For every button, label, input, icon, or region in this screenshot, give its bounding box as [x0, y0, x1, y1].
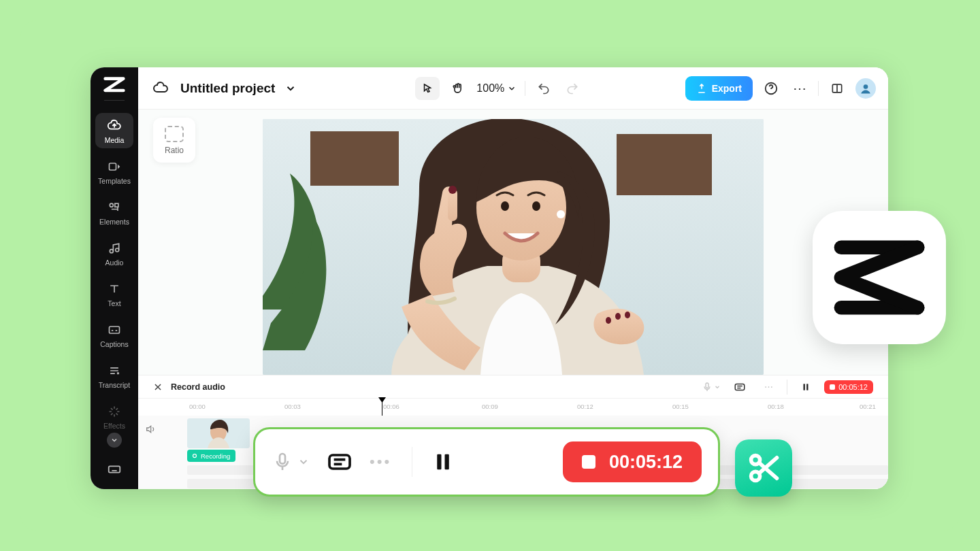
ruler-tick: 00:18 [768, 403, 784, 410]
video-preview[interactable] [263, 119, 764, 375]
keyboard-icon[interactable] [107, 462, 122, 477]
recording-chip[interactable]: Recording [187, 450, 235, 462]
title-chevron-icon[interactable] [284, 82, 297, 95]
record-time-pill-small[interactable]: 00:05:12 [824, 380, 873, 394]
more-small-button[interactable]: ⋯ [758, 377, 779, 397]
elements-icon [107, 200, 122, 215]
sidebar-item-elements[interactable]: Elements [95, 195, 133, 230]
sidebar-label-media: Media [105, 136, 125, 144]
svg-rect-6 [109, 466, 120, 472]
svg-rect-33 [445, 454, 449, 470]
svg-rect-23 [706, 383, 708, 388]
sidebar-item-text[interactable]: Text [95, 276, 133, 312]
svg-point-16 [532, 201, 540, 211]
ruler-tick: 00:12 [577, 403, 593, 410]
recording-chip-label: Recording [201, 452, 230, 460]
canvas-area: Ratio [138, 110, 888, 375]
svg-rect-11 [310, 131, 399, 186]
svg-point-1 [110, 203, 113, 207]
sidebar-item-audio[interactable]: Audio [95, 235, 133, 271]
playhead[interactable] [382, 399, 382, 416]
close-panel-button[interactable] [153, 382, 163, 392]
teleprompter-button[interactable] [326, 448, 353, 475]
svg-rect-32 [437, 454, 441, 470]
toolbar-separator [525, 81, 525, 96]
svg-point-17 [557, 210, 565, 218]
record-audio-bar: Record audio ⋯ 00:05:12 [138, 375, 888, 398]
ruler-tick: 00:03 [284, 403, 301, 410]
timeline-ruler[interactable]: 00:00 00:03 00:06 00:09 00:12 00:15 00:1… [138, 398, 888, 416]
scissors-badge [735, 439, 792, 497]
svg-rect-5 [110, 327, 120, 333]
record-time-small: 00:05:12 [838, 383, 868, 391]
toolbar-separator-2 [818, 81, 819, 96]
ruler-tick: 00:15 [672, 403, 689, 410]
main-column: Untitled project 100% [138, 67, 888, 489]
sidebar-label-effects: Effects [103, 422, 125, 430]
pause-small-button[interactable] [796, 377, 816, 397]
stop-small-icon [830, 384, 835, 390]
undo-button[interactable] [534, 78, 554, 99]
templates-icon [107, 159, 122, 174]
zoom-level[interactable]: 100% [476, 82, 517, 95]
svg-point-19 [448, 186, 457, 194]
ratio-frame-icon [165, 126, 184, 142]
svg-point-15 [501, 201, 509, 211]
text-icon [107, 282, 122, 297]
sidebar-item-effects[interactable]: Effects [95, 399, 133, 434]
svg-point-9 [864, 84, 868, 89]
editor-window: Media Templates Elements Audio Text [91, 67, 888, 489]
svg-rect-24 [735, 384, 745, 390]
svg-point-20 [606, 317, 611, 324]
more-button[interactable]: ••• [370, 453, 391, 471]
ratio-button[interactable]: Ratio [153, 118, 195, 163]
mic-select-small[interactable] [701, 377, 721, 397]
ratio-label: Ratio [165, 146, 184, 155]
sidebar-item-transcript[interactable]: Transcript [95, 358, 133, 393]
sidebar-item-templates[interactable]: Templates [95, 154, 133, 189]
panel-title: Record audio [171, 382, 225, 392]
sidebar-label-captions: Captions [100, 340, 128, 348]
chevron-down-icon [297, 456, 310, 468]
effects-icon [107, 404, 122, 419]
help-button[interactable] [761, 78, 781, 99]
user-avatar[interactable] [855, 78, 876, 99]
preview-illustration [263, 119, 764, 375]
stop-record-button[interactable]: 00:05:12 [563, 441, 702, 482]
panel-separator [787, 380, 787, 395]
ruler-tick: 00:00 [189, 403, 206, 410]
project-title[interactable]: Untitled project [180, 81, 275, 96]
svg-rect-2 [115, 203, 118, 207]
app-logo [103, 77, 125, 92]
cloud-upload-icon [107, 118, 122, 133]
track-volume-icon[interactable] [145, 424, 156, 435]
cursor-tool-button[interactable] [415, 77, 440, 100]
mic-select-button[interactable] [272, 451, 310, 473]
sidebar-divider [104, 100, 125, 101]
svg-rect-31 [329, 455, 350, 469]
left-sidebar: Media Templates Elements Audio Text [91, 67, 138, 489]
scissors-icon [746, 450, 781, 486]
ruler-tick: 00:06 [383, 403, 399, 410]
captions-icon [107, 322, 122, 337]
teleprompter-small-button[interactable] [730, 377, 750, 397]
hand-tool-button[interactable] [448, 78, 468, 99]
sidebar-more-button[interactable] [107, 433, 122, 448]
audio-icon [107, 241, 122, 256]
transcript-icon [107, 363, 122, 378]
sidebar-item-captions[interactable]: Captions [95, 317, 133, 352]
video-clip[interactable] [187, 418, 250, 448]
sidebar-label-transcript: Transcript [99, 381, 130, 389]
svg-rect-26 [806, 384, 808, 390]
capcut-logo-icon [829, 237, 930, 318]
sidebar-item-media[interactable]: Media [95, 113, 133, 148]
more-menu-button[interactable]: ⋯ [789, 78, 810, 99]
cloud-sync-icon[interactable] [150, 78, 171, 99]
sidebar-label-text: Text [108, 299, 120, 307]
pause-button[interactable] [433, 450, 453, 473]
panel-toggle-button[interactable] [827, 78, 847, 99]
redo-button[interactable] [562, 78, 583, 99]
export-button[interactable]: Export [685, 76, 753, 101]
sidebar-label-templates: Templates [98, 177, 131, 185]
svg-rect-12 [617, 134, 712, 195]
